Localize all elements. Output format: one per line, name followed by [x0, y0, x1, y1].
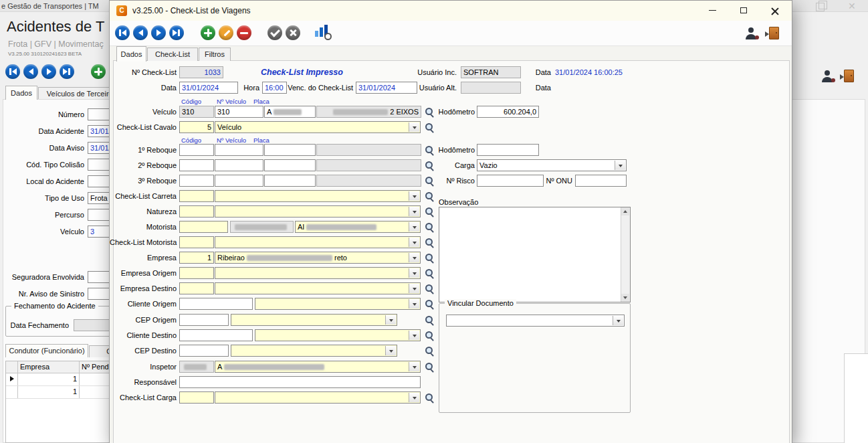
first-record-button[interactable] — [115, 25, 130, 40]
add-button[interactable] — [91, 64, 106, 79]
chevron-down-icon[interactable] — [385, 346, 396, 355]
prev-record-button[interactable] — [133, 25, 148, 40]
checklist-carga-combo[interactable] — [215, 391, 421, 404]
prev-record-button[interactable] — [23, 64, 38, 79]
cliente-origem-combo[interactable] — [255, 298, 421, 310]
chevron-down-icon[interactable] — [409, 253, 419, 262]
chevron-down-icon[interactable] — [409, 268, 419, 278]
natureza-codigo-field[interactable] — [179, 205, 214, 217]
reboque2-placa-field[interactable] — [264, 159, 316, 171]
search-icon[interactable] — [425, 176, 434, 185]
reboque3-num-field[interactable] — [215, 175, 263, 187]
tab-dados[interactable]: Dados — [116, 46, 146, 62]
chevron-down-icon[interactable] — [409, 362, 419, 371]
delete-button[interactable] — [237, 25, 251, 40]
add-button[interactable] — [201, 25, 215, 40]
reboque2-num-field[interactable] — [215, 159, 263, 171]
background-subtab-condutor[interactable]: Condutor (Funcionário) — [5, 344, 88, 357]
empresa-origem-combo[interactable] — [215, 267, 421, 279]
tab-filtros[interactable]: Filtros — [199, 48, 231, 61]
search-icon[interactable] — [425, 107, 434, 116]
chevron-down-icon[interactable] — [409, 207, 419, 216]
motorista-codigo-field[interactable] — [179, 221, 228, 233]
close-button[interactable] — [760, 1, 790, 20]
reboque3-placa-field[interactable] — [264, 175, 316, 187]
num-risco-field[interactable] — [477, 175, 544, 187]
search-icon[interactable] — [425, 253, 434, 262]
data-field[interactable]: 31/01/2024 — [179, 82, 238, 94]
maximize-button[interactable] — [728, 1, 759, 20]
exit-button[interactable] — [769, 27, 779, 42]
first-record-button[interactable] — [5, 64, 20, 79]
chevron-down-icon[interactable] — [615, 161, 625, 170]
edit-button[interactable] — [219, 25, 233, 40]
user-permissions-button[interactable] — [821, 70, 835, 85]
user-permissions-button[interactable] — [745, 27, 758, 42]
cep-origem-field[interactable] — [179, 314, 229, 326]
report-chart-button[interactable] — [314, 25, 330, 39]
scroll-up-icon[interactable] — [621, 207, 629, 215]
minimize-button[interactable] — [697, 1, 728, 20]
search-icon[interactable] — [425, 284, 434, 293]
reboque1-num-field[interactable] — [215, 144, 263, 156]
search-icon[interactable] — [425, 393, 434, 402]
chevron-down-icon[interactable] — [409, 393, 419, 402]
chevron-down-icon[interactable] — [409, 222, 419, 232]
cliente-destino-combo[interactable] — [255, 329, 421, 341]
cliente-origem-codigo-field[interactable] — [179, 298, 253, 310]
chevron-down-icon[interactable] — [409, 331, 419, 340]
close-window-icon[interactable]: ✕ — [848, 1, 856, 11]
empresa-destino-codigo-field[interactable] — [179, 282, 214, 294]
chevron-down-icon[interactable] — [409, 122, 419, 132]
search-icon[interactable] — [425, 315, 434, 325]
search-icon[interactable] — [425, 331, 434, 340]
chevron-down-icon[interactable] — [409, 238, 419, 247]
chevron-down-icon[interactable] — [409, 284, 419, 293]
cep-destino-field[interactable] — [179, 345, 229, 357]
checklist-motorista-codigo-field[interactable] — [179, 236, 214, 248]
cancel-button[interactable] — [286, 25, 300, 40]
search-icon[interactable] — [425, 299, 434, 308]
checklist-motorista-combo[interactable] — [215, 236, 421, 248]
search-icon[interactable] — [425, 145, 434, 155]
search-icon[interactable] — [425, 268, 434, 278]
veiculo-placa-field[interactable]: A — [264, 106, 316, 118]
search-icon[interactable] — [425, 161, 434, 170]
empresa-combo[interactable]: Ribeiraoreto — [215, 252, 421, 264]
last-record-button[interactable] — [169, 25, 184, 40]
checklist-cavalo-combo[interactable]: Veículo — [215, 121, 421, 133]
empresa-origem-codigo-field[interactable] — [179, 267, 214, 279]
motorista-combo[interactable]: AI — [295, 221, 421, 233]
next-record-button[interactable] — [41, 64, 56, 79]
chevron-down-icon[interactable] — [409, 299, 419, 308]
veiculo-num-field[interactable]: 310 — [215, 106, 263, 118]
checklist-carga-codigo-field[interactable] — [179, 391, 214, 404]
reboque2-codigo-field[interactable] — [179, 159, 214, 171]
hora-field[interactable]: 16:00 — [262, 82, 287, 94]
cep-origem-combo[interactable] — [231, 314, 397, 326]
search-icon[interactable] — [425, 207, 434, 216]
confirm-button[interactable] — [267, 25, 282, 40]
search-icon[interactable] — [425, 122, 434, 132]
inspetor-combo[interactable]: A — [215, 361, 421, 373]
chevron-down-icon[interactable] — [385, 315, 396, 325]
search-icon[interactable] — [425, 238, 434, 247]
exit-button[interactable] — [844, 70, 854, 85]
hodometro-field[interactable]: 600.204,0 — [477, 106, 539, 118]
natureza-combo[interactable] — [215, 205, 421, 217]
venc-checklist-field[interactable]: 31/01/2024 — [356, 82, 417, 94]
search-icon[interactable] — [425, 222, 434, 232]
carga-combo[interactable]: Vazio — [477, 159, 627, 171]
reboque1-codigo-field[interactable] — [179, 144, 214, 156]
reboque1-placa-field[interactable] — [264, 144, 316, 156]
responsavel-field[interactable] — [179, 376, 421, 388]
cep-destino-combo[interactable] — [231, 345, 397, 357]
search-icon[interactable] — [425, 362, 434, 371]
last-record-button[interactable] — [60, 64, 74, 79]
background-tab-dados[interactable]: Dados — [5, 86, 37, 100]
tab-checklist[interactable]: Check-List — [147, 48, 198, 61]
next-record-button[interactable] — [151, 25, 166, 40]
empresa-codigo-field[interactable]: 1 — [179, 252, 214, 264]
num-onu-field[interactable] — [575, 175, 627, 187]
hodometro2-field[interactable] — [477, 144, 539, 156]
